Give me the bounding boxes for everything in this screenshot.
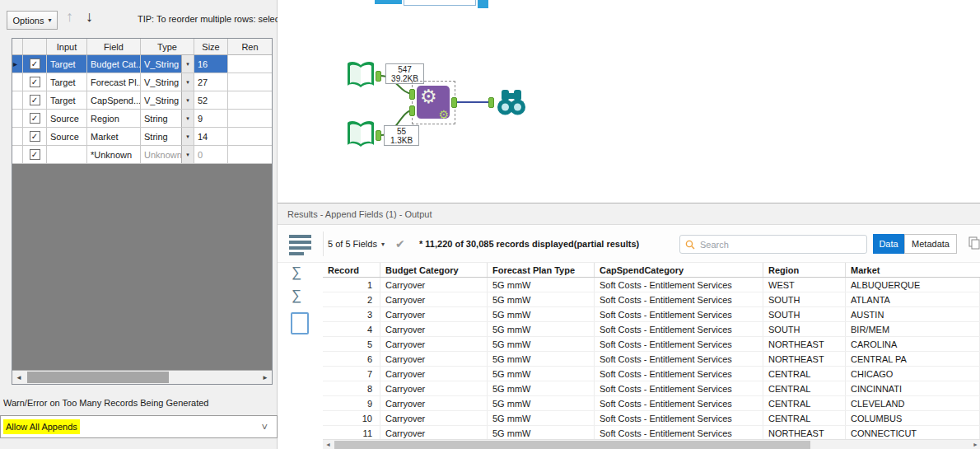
field-row[interactable]: ✓ Source Market String▾ 14 <box>12 128 272 146</box>
table-row[interactable]: 1Carryover5G mmWSoft Costs - Entitlement… <box>323 278 980 292</box>
scroll-right-icon[interactable]: ► <box>973 440 978 449</box>
table-row[interactable]: 7Carryover5G mmWSoft Costs - Entitlement… <box>323 367 980 381</box>
table-row[interactable]: 9Carryover5G mmWSoft Costs - Entitlement… <box>323 396 980 411</box>
field-row[interactable]: ✓ Target Forecast Pl... V_String▾ 27 <box>12 73 272 91</box>
size-cell[interactable]: 0 <box>194 146 228 163</box>
column-header[interactable]: CapSpendCategory <box>595 263 763 277</box>
input-anchor[interactable] <box>488 97 494 108</box>
type-dropdown[interactable]: String▾ <box>141 128 194 145</box>
output-anchor[interactable] <box>376 130 381 141</box>
rename-cell[interactable] <box>228 146 272 163</box>
table-row[interactable]: 3Carryover5G mmWSoft Costs - Entitlement… <box>323 307 980 322</box>
search-box[interactable] <box>679 235 867 254</box>
field-checkbox[interactable]: ✓ <box>23 128 47 145</box>
size-cell[interactable]: 9 <box>194 110 228 127</box>
scrollbar-thumb[interactable] <box>27 372 169 383</box>
table-row[interactable]: 8Carryover5G mmWSoft Costs - Entitlement… <box>323 381 980 396</box>
type-dropdown[interactable]: String▾ <box>141 110 194 127</box>
current-row-marker-icon: ▸ <box>13 59 17 68</box>
output-anchor[interactable] <box>376 71 381 82</box>
combo-caret-icon[interactable]: ▾ <box>181 128 194 145</box>
source-input-anchor[interactable] <box>409 105 415 116</box>
table-row[interactable]: 2Carryover5G mmWSoft Costs - Entitlement… <box>323 292 980 307</box>
sigma-icon[interactable]: ∑ <box>292 288 301 304</box>
rename-cell[interactable] <box>228 128 272 145</box>
append-mode-dropdown[interactable]: Allow All Appends ˅ <box>0 415 278 438</box>
size-column-header[interactable]: Size <box>194 39 228 54</box>
workflow-tab-fragment[interactable] <box>404 0 476 6</box>
table-row[interactable]: 5Carryover5G mmWSoft Costs - Entitlement… <box>323 337 980 352</box>
config-grid-horizontal-scrollbar[interactable]: ◄ ► <box>12 370 272 384</box>
copy-icon[interactable] <box>968 236 980 251</box>
tool-annotation[interactable]: 55 1.3KB <box>384 125 419 146</box>
input-column-header[interactable]: Input <box>47 39 87 54</box>
combo-caret-icon[interactable]: ▾ <box>181 110 194 127</box>
search-input[interactable] <box>700 240 866 250</box>
cell: CAROLINA <box>846 337 980 351</box>
workflow-tab-fragment[interactable] <box>375 0 402 4</box>
input-data-tool[interactable] <box>346 59 376 92</box>
type-dropdown[interactable]: Unknown▾ <box>141 146 194 163</box>
table-row[interactable]: 10Carryover5G mmWSoft Costs - Entitlemen… <box>323 411 980 426</box>
rename-cell[interactable] <box>228 73 272 91</box>
column-header[interactable]: Region <box>763 263 846 277</box>
field-checkbox[interactable]: ✓ <box>23 110 47 127</box>
workflow-canvas[interactable]: 547 39.2KB 55 1.3KB ⚙ ⚙ <box>278 0 980 203</box>
fields-selector-dropdown[interactable]: 5 of 5 Fields ▾ <box>328 225 385 263</box>
column-header[interactable]: Budget Category <box>380 263 488 277</box>
size-cell[interactable]: 27 <box>194 73 228 91</box>
apply-check-icon[interactable]: ✔ <box>395 225 405 263</box>
field-checkbox[interactable]: ✓ <box>23 146 47 163</box>
move-row-down-button[interactable]: ↓ <box>86 8 93 26</box>
column-header[interactable]: Market <box>846 263 980 277</box>
scroll-right-icon[interactable]: ► <box>259 371 272 384</box>
table-row[interactable]: 4Carryover5G mmWSoft Costs - Entitlement… <box>323 322 980 337</box>
table-row[interactable]: 11Carryover5G mmWSoft Costs - Entitlemen… <box>323 426 980 439</box>
cell: 5G mmW <box>488 411 595 425</box>
field-row[interactable]: ✓ Target CapSpend... V_String▾ 52 <box>12 91 272 110</box>
size-cell[interactable]: 16 <box>194 55 228 72</box>
combo-caret-icon[interactable]: ▾ <box>181 55 194 72</box>
type-dropdown[interactable]: V_String▾ <box>141 55 194 72</box>
type-dropdown[interactable]: V_String▾ <box>141 91 194 109</box>
target-input-anchor[interactable] <box>409 89 415 100</box>
rename-column-header[interactable]: Ren <box>228 39 272 54</box>
move-row-up-button[interactable]: ↑ <box>66 8 73 26</box>
field-checkbox[interactable]: ✓ <box>23 91 47 109</box>
field-checkbox[interactable]: ✓ <box>23 73 47 91</box>
append-fields-tool[interactable]: ⚙ ⚙ <box>417 86 450 119</box>
column-header[interactable]: Record <box>323 263 380 277</box>
field-row[interactable]: ▸ ✓ Target Budget Cat... V_String▾ 16 <box>12 55 272 73</box>
combo-caret-icon[interactable]: ▾ <box>181 73 194 91</box>
field-checkbox[interactable]: ✓ <box>23 55 47 72</box>
cell-viewer-icon[interactable] <box>291 312 309 334</box>
combo-caret-icon[interactable]: ▾ <box>181 91 194 109</box>
browse-tool[interactable] <box>496 87 527 119</box>
rename-cell[interactable] <box>228 55 272 72</box>
type-dropdown[interactable]: V_String▾ <box>141 73 194 91</box>
size-cell[interactable]: 14 <box>194 128 228 145</box>
combo-caret-icon[interactable]: ▾ <box>181 146 194 163</box>
rename-cell[interactable] <box>228 110 272 127</box>
scrollbar-track[interactable] <box>26 371 259 384</box>
type-column-header[interactable]: Type <box>141 39 194 54</box>
scrollbar-thumb[interactable] <box>334 441 810 449</box>
results-horizontal-scrollbar[interactable]: ◄ ► <box>323 439 980 449</box>
table-row[interactable]: 6Carryover5G mmWSoft Costs - Entitlement… <box>323 352 980 367</box>
scroll-left-icon[interactable]: ◄ <box>12 371 26 384</box>
field-row[interactable]: ✓ Source Region String▾ 9 <box>12 110 272 128</box>
workflow-tab-fragment[interactable] <box>478 0 488 8</box>
field-row[interactable]: ✓ *Unknown Unknown▾ 0 <box>12 146 272 164</box>
options-button[interactable]: Options ▾ <box>7 11 58 30</box>
size-cell[interactable]: 52 <box>194 91 228 109</box>
output-anchor[interactable] <box>451 97 457 108</box>
field-column-header[interactable]: Field <box>87 39 141 54</box>
column-header[interactable]: Forecast Plan Type <box>488 263 595 277</box>
records-view-icon[interactable] <box>288 233 313 258</box>
scroll-left-icon[interactable]: ◄ <box>325 440 331 449</box>
metadata-tab-button[interactable]: Metadata <box>904 234 957 254</box>
rename-cell[interactable] <box>228 91 272 109</box>
input-data-tool[interactable] <box>346 119 376 152</box>
data-tab-button[interactable]: Data <box>873 234 904 254</box>
sigma-transpose-icon[interactable]: ∑ <box>292 264 301 281</box>
